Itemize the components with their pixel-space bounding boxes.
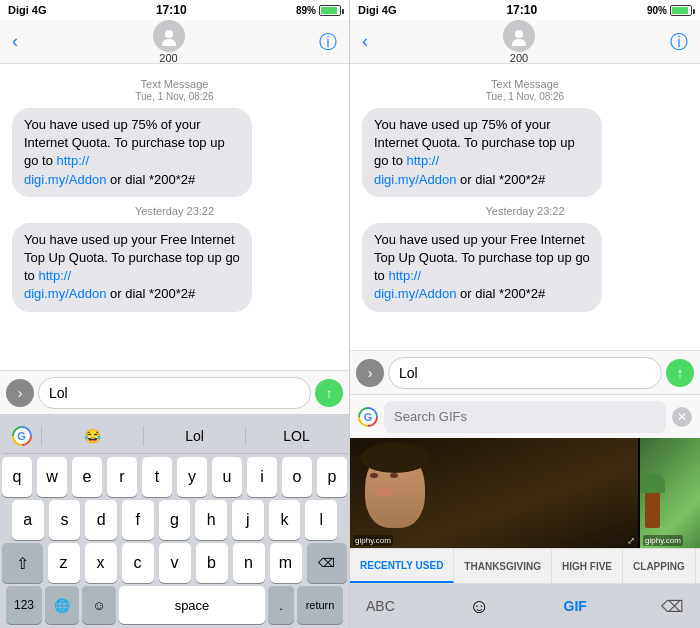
key-z[interactable]: z (48, 543, 80, 583)
gif-cat-thanksgiving[interactable]: THANKSGIVING (454, 549, 552, 583)
left-bubble-2: You have used up your Free Internet Top … (12, 223, 252, 312)
gif-item-1[interactable]: giphy.com ⤢ (350, 438, 638, 548)
left-battery-icon (319, 5, 341, 16)
key-e[interactable]: e (72, 457, 102, 497)
key-j[interactable]: j (232, 500, 264, 540)
gif-search-input[interactable] (384, 401, 666, 433)
key-globe[interactable]: 🌐 (45, 586, 79, 624)
key-return[interactable]: return (297, 586, 343, 624)
key-w[interactable]: w (37, 457, 67, 497)
key-c[interactable]: c (122, 543, 154, 583)
left-contact-name: 200 (159, 52, 177, 64)
key-r[interactable]: r (107, 457, 137, 497)
gif-source-2: giphy.com (643, 535, 683, 546)
left-suggestion-lol[interactable]: Lol (144, 426, 246, 446)
key-t[interactable]: t (142, 457, 172, 497)
left-text-input[interactable] (38, 377, 311, 409)
left-bubble-1: You have used up 75% of your Internet Qu… (12, 108, 252, 197)
left-time: 17:10 (156, 3, 187, 17)
gif-search-bar: G ✕ (350, 394, 700, 438)
left-link-1[interactable]: http://digi.my/Addon (24, 153, 106, 186)
rbb-gif-button[interactable]: GIF (564, 598, 587, 614)
gif-cat-clapping[interactable]: CLAPPING (623, 549, 696, 583)
right-time: 17:10 (506, 3, 537, 17)
key-q[interactable]: q (2, 457, 32, 497)
key-o[interactable]: o (282, 457, 312, 497)
right-expand-button[interactable]: › (356, 359, 384, 387)
gif-google-icon: G (358, 407, 378, 427)
key-u[interactable]: u (212, 457, 242, 497)
left-avatar (153, 20, 185, 52)
key-delete[interactable]: ⌫ (307, 543, 348, 583)
left-link-2[interactable]: http://digi.my/Addon (24, 268, 106, 301)
key-f[interactable]: f (122, 500, 154, 540)
key-y[interactable]: y (177, 457, 207, 497)
left-keyboard: G 😂 Lol LOL q w e r t y u i o p a s d f … (0, 414, 349, 628)
key-k[interactable]: k (269, 500, 301, 540)
right-info-button[interactable]: ⓘ (670, 30, 688, 54)
gif-expand-1[interactable]: ⤢ (627, 535, 635, 546)
gif-item-2[interactable]: giphy.com (640, 438, 700, 548)
right-status-left: Digi 4G (358, 4, 396, 16)
key-b[interactable]: b (196, 543, 228, 583)
key-x[interactable]: x (85, 543, 117, 583)
gif-cat-thumbs-up[interactable]: THUMBS UP (696, 549, 700, 583)
key-s[interactable]: s (49, 500, 81, 540)
key-l[interactable]: l (305, 500, 337, 540)
rbb-abc[interactable]: ABC (366, 598, 395, 614)
right-nav-bar: ‹ 200 ⓘ (350, 20, 700, 64)
left-nav-center[interactable]: 200 (153, 20, 185, 64)
key-space[interactable]: space (119, 586, 265, 624)
svg-point-2 (515, 30, 523, 38)
key-h[interactable]: h (195, 500, 227, 540)
left-info-button[interactable]: ⓘ (319, 30, 337, 54)
key-p[interactable]: p (317, 457, 347, 497)
left-google-icon[interactable]: G (2, 426, 42, 446)
key-i[interactable]: i (247, 457, 277, 497)
gif-close-button[interactable]: ✕ (672, 407, 692, 427)
key-emoji-face[interactable]: ☺ (82, 586, 116, 624)
key-m[interactable]: m (270, 543, 302, 583)
key-n[interactable]: n (233, 543, 265, 583)
key-shift[interactable]: ⇧ (2, 543, 43, 583)
left-status-left: Digi 4G (8, 4, 46, 16)
left-nav-bar: ‹ 200 ⓘ (0, 20, 349, 64)
key-a[interactable]: a (12, 500, 44, 540)
left-expand-button[interactable]: › (6, 379, 34, 407)
key-v[interactable]: v (159, 543, 191, 583)
left-network: 4G (32, 4, 47, 16)
rbb-delete-button[interactable]: ⌫ (661, 597, 684, 616)
right-status-bar: Digi 4G 17:10 90% (350, 0, 700, 20)
right-text-input[interactable] (388, 357, 662, 389)
right-nav-center[interactable]: 200 (503, 20, 535, 64)
right-input-bar: › ↑ (350, 350, 700, 394)
gif-cat-recently-used[interactable]: RECENTLY USED (350, 549, 454, 583)
right-link-2[interactable]: http://digi.my/Addon (374, 268, 456, 301)
rbb-emoji-button[interactable]: ☺ (469, 595, 489, 618)
left-date-1: Text MessageTue, 1 Nov, 08:26 (12, 78, 337, 102)
left-send-button[interactable]: ↑ (315, 379, 343, 407)
key-period[interactable]: . (268, 586, 294, 624)
left-back-button[interactable]: ‹ (12, 31, 18, 52)
right-messages-area: Text MessageTue, 1 Nov, 08:26 You have u… (350, 64, 700, 350)
key-d[interactable]: d (85, 500, 117, 540)
left-key-row-3: ⇧ z x c v b n m ⌫ (2, 543, 347, 583)
key-num[interactable]: 123 (6, 586, 42, 624)
left-suggestion-emoji[interactable]: 😂 (42, 426, 144, 446)
right-bubble-1: You have used up 75% of your Internet Qu… (362, 108, 602, 197)
right-send-button[interactable]: ↑ (666, 359, 694, 387)
right-back-button[interactable]: ‹ (362, 31, 368, 52)
left-suggestion-lol-caps[interactable]: LOL (246, 426, 347, 446)
key-g[interactable]: g (159, 500, 191, 540)
right-battery-pct: 90% (647, 5, 667, 16)
gif-grid: giphy.com ⤢ giphy.com (350, 438, 700, 548)
left-panel: Digi 4G 17:10 89% ‹ 200 ⓘ Text MessageTu… (0, 0, 350, 628)
right-panel: Digi 4G 17:10 90% ‹ 200 ⓘ Text MessageTu… (350, 0, 700, 628)
left-carrier: Digi (8, 4, 29, 16)
right-network: 4G (382, 4, 397, 16)
right-date-2: Yesterday 23:22 (362, 205, 688, 217)
gif-cat-high-five[interactable]: HIGH FIVE (552, 549, 623, 583)
right-status-right: 90% (647, 5, 692, 16)
left-input-bar: › ↑ (0, 370, 349, 414)
right-link-1[interactable]: http://digi.my/Addon (374, 153, 456, 186)
